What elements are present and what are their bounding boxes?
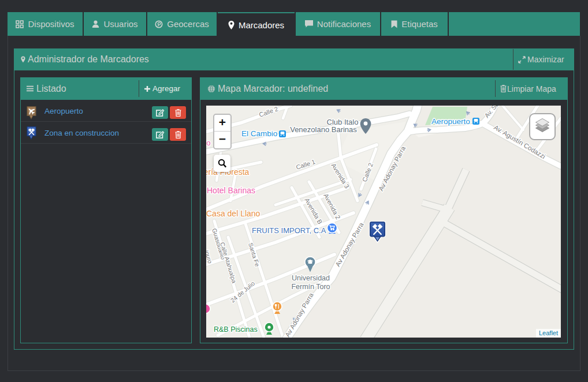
svg-text:Universidad: Universidad bbox=[292, 274, 330, 282]
svg-text:R&B Piscinas: R&B Piscinas bbox=[214, 325, 258, 334]
svg-text:Fermín Toro: Fermín Toro bbox=[291, 283, 330, 291]
svg-text:Venezolano Barinas: Venezolano Barinas bbox=[290, 125, 357, 134]
svg-text:Aeropuerto: Aeropuerto bbox=[431, 117, 470, 126]
svg-text:El Cambio: El Cambio bbox=[241, 129, 277, 138]
svg-text:FRUITS IMPORT, C.A: FRUITS IMPORT, C.A bbox=[252, 226, 326, 235]
svg-text:do: do bbox=[206, 138, 210, 147]
svg-text:Hotel Barinas: Hotel Barinas bbox=[207, 186, 255, 195]
svg-text:Casa del Llano: Casa del Llano bbox=[206, 209, 260, 218]
